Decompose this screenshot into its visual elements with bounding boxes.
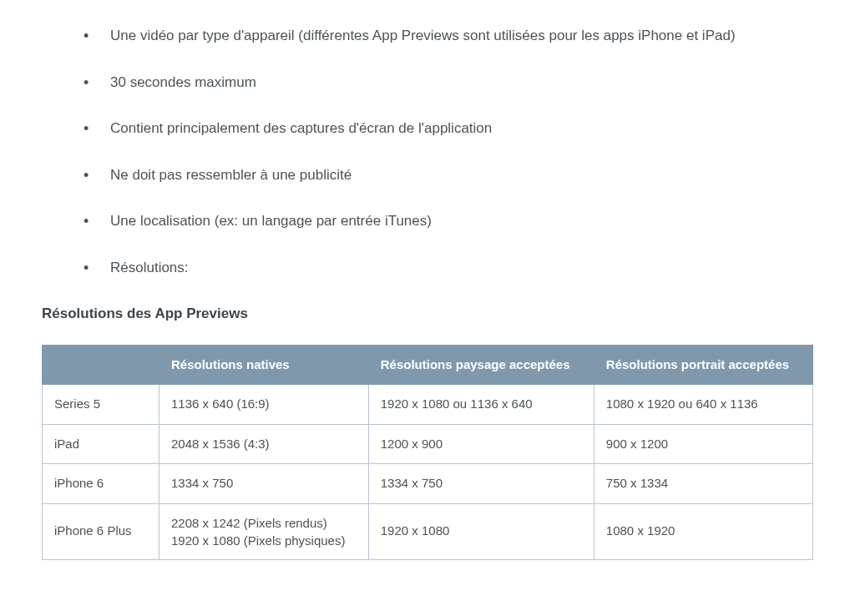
table-cell-portrait: 750 x 1334 bbox=[594, 464, 812, 504]
table-cell-device: iPhone 6 bbox=[43, 464, 159, 504]
table-row: iPhone 6 1334 x 750 1334 x 750 750 x 133… bbox=[43, 464, 813, 504]
table-cell-native: 2208 x 1242 (Pixels rendus)1920 x 1080 (… bbox=[159, 503, 369, 559]
list-item: Résolutions: bbox=[83, 257, 822, 279]
table-cell-landscape: 1334 x 750 bbox=[368, 464, 594, 504]
table-header-cell: Résolutions portrait acceptées bbox=[594, 345, 812, 385]
table-cell-device: iPad bbox=[43, 424, 159, 464]
table-cell-native: 2048 x 1536 (4:3) bbox=[159, 424, 369, 464]
table-cell-device: Series 5 bbox=[43, 385, 159, 425]
section-heading: Résolutions des App Previews bbox=[33, 303, 822, 325]
bullet-list: Une vidéo par type d'appareil (différent… bbox=[33, 25, 822, 278]
resolutions-table: Résolutions natives Résolutions paysage … bbox=[42, 345, 813, 560]
table-cell-portrait: 1080 x 1920 bbox=[594, 503, 812, 559]
table-header-row: Résolutions natives Résolutions paysage … bbox=[43, 345, 813, 385]
table-cell-portrait: 1080 x 1920 ou 640 x 1136 bbox=[594, 385, 812, 425]
table-cell-native: 1136 x 640 (16:9) bbox=[159, 385, 369, 425]
table-row: Series 5 1136 x 640 (16:9) 1920 x 1080 o… bbox=[43, 385, 813, 425]
list-item: Contient principalement des captures d'é… bbox=[83, 118, 822, 139]
table-cell-landscape: 1200 x 900 bbox=[368, 424, 594, 464]
table-cell-landscape: 1920 x 1080 ou 1136 x 640 bbox=[368, 385, 594, 425]
table-cell-native: 1334 x 750 bbox=[159, 464, 369, 504]
table-cell-device: iPhone 6 Plus bbox=[43, 503, 159, 559]
list-item: Ne doit pas ressembler à une publicité bbox=[83, 164, 822, 186]
table-header-cell: Résolutions paysage acceptées bbox=[368, 345, 594, 385]
list-item: Une vidéo par type d'appareil (différent… bbox=[83, 25, 822, 47]
table-row: iPhone 6 Plus 2208 x 1242 (Pixels rendus… bbox=[43, 503, 813, 559]
table-header-cell bbox=[43, 345, 159, 385]
table-wrapper: Résolutions natives Résolutions paysage … bbox=[33, 345, 822, 560]
list-item: 30 secondes maximum bbox=[83, 72, 822, 93]
table-row: iPad 2048 x 1536 (4:3) 1200 x 900 900 x … bbox=[43, 424, 813, 464]
list-item: Une localisation (ex: un langage par ent… bbox=[83, 210, 822, 232]
table-cell-landscape: 1920 x 1080 bbox=[368, 503, 594, 559]
table-cell-portrait: 900 x 1200 bbox=[594, 424, 812, 464]
table-header-cell: Résolutions natives bbox=[159, 345, 369, 385]
